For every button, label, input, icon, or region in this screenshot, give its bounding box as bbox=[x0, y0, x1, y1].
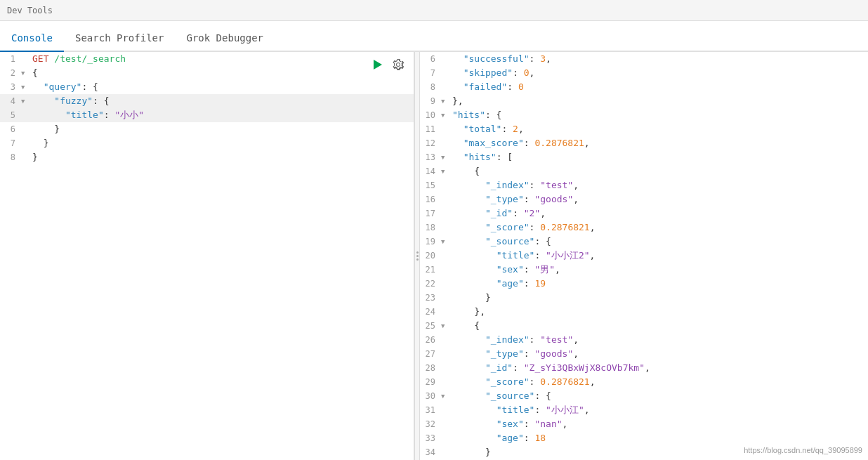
line-number: 2 bbox=[0, 66, 21, 80]
response-line: 24 }, bbox=[420, 305, 868, 319]
response-line-number: 21 bbox=[420, 263, 441, 277]
response-line-content: "max_score": 0.2876821, bbox=[449, 136, 868, 150]
response-line-number: 12 bbox=[420, 136, 441, 150]
response-line-content: "total": 2, bbox=[449, 122, 868, 136]
response-line: 19▼ "_source": { bbox=[420, 235, 868, 249]
response-line-content: "successful": 3, bbox=[449, 52, 868, 66]
tab-grok-debugger[interactable]: Grok Debugger bbox=[175, 25, 275, 52]
response-line: 11 "total": 2, bbox=[420, 122, 868, 136]
response-line-content: "_index": "test", bbox=[449, 178, 868, 192]
response-line-number: 10 bbox=[420, 108, 441, 122]
response-line-number: 24 bbox=[420, 305, 441, 319]
line-number: 6 bbox=[0, 122, 21, 136]
main-content: 1GET /test/_search2▼{3▼ "query": {4▼ "fu… bbox=[0, 52, 868, 460]
response-line-toggle[interactable]: ▼ bbox=[441, 389, 449, 403]
response-line-number: 8 bbox=[420, 80, 441, 94]
editor-line[interactable]: 5 "title": "小小" bbox=[0, 108, 414, 122]
response-line-number: 20 bbox=[420, 249, 441, 263]
editor-line[interactable]: 2▼{ bbox=[0, 66, 414, 80]
response-line-content: "hits": [ bbox=[449, 150, 868, 164]
response-line: 29 "_score": 0.2876821, bbox=[420, 375, 868, 389]
response-line: 9▼}, bbox=[420, 94, 868, 108]
editor-area[interactable]: 1GET /test/_search2▼{3▼ "query": {4▼ "fu… bbox=[0, 52, 414, 460]
line-number: 5 bbox=[0, 108, 21, 122]
drag-handle[interactable] bbox=[414, 52, 420, 460]
response-line-number: 7 bbox=[420, 66, 441, 80]
editor-line[interactable]: 7 } bbox=[0, 136, 414, 150]
response-line: 14▼ { bbox=[420, 164, 868, 178]
tab-console[interactable]: Console bbox=[0, 25, 64, 52]
response-line-toggle[interactable]: ▼ bbox=[441, 164, 449, 178]
response-line-content: "_type": "goods", bbox=[449, 192, 868, 206]
response-line: 31 "title": "小小江", bbox=[420, 403, 868, 417]
response-line: 30▼ "_source": { bbox=[420, 389, 868, 403]
line-number: 7 bbox=[0, 136, 21, 150]
settings-button[interactable] bbox=[390, 56, 407, 73]
response-line-content: "_score": 0.2876821, bbox=[449, 375, 868, 389]
response-line-content: "sex": "nan", bbox=[449, 417, 868, 431]
editor-line[interactable]: 1GET /test/_search bbox=[0, 52, 414, 66]
response-line-content: "failed": 0 bbox=[449, 80, 868, 94]
response-line-content: "_type": "goods", bbox=[449, 347, 868, 361]
response-line: 20 "title": "小小江2", bbox=[420, 249, 868, 263]
response-line-content: "_id": "Z_sYi3QBxWjX8cOVb7km", bbox=[449, 361, 868, 375]
response-line: 6 "successful": 3, bbox=[420, 52, 868, 66]
svg-marker-0 bbox=[374, 60, 382, 70]
line-content: GET /test/_search bbox=[29, 52, 414, 66]
response-line-number: 15 bbox=[420, 178, 441, 192]
line-toggle[interactable]: ▼ bbox=[21, 80, 29, 94]
line-number: 4 bbox=[0, 94, 21, 108]
response-line: 26 "_index": "test", bbox=[420, 333, 868, 347]
response-line-content: }, bbox=[449, 305, 868, 319]
response-line-content: "_source": { bbox=[449, 389, 868, 403]
line-number: 8 bbox=[0, 150, 21, 164]
response-line-number: 29 bbox=[420, 375, 441, 389]
response-line: 28 "_id": "Z_sYi3QBxWjX8cOVb7km", bbox=[420, 361, 868, 375]
editor-line[interactable]: 3▼ "query": { bbox=[0, 80, 414, 94]
response-line-toggle[interactable]: ▼ bbox=[441, 319, 449, 333]
run-button[interactable] bbox=[369, 56, 386, 73]
response-line-content: "_id": "2", bbox=[449, 206, 868, 221]
line-content: } bbox=[29, 150, 414, 164]
response-line: 32 "sex": "nan", bbox=[420, 417, 868, 431]
response-line-number: 27 bbox=[420, 347, 441, 361]
response-line: 10▼"hits": { bbox=[420, 108, 868, 122]
response-line-number: 33 bbox=[420, 431, 441, 445]
response-line-number: 23 bbox=[420, 291, 441, 305]
response-line-content: } bbox=[449, 291, 868, 305]
line-content: { bbox=[29, 66, 414, 80]
response-line: 27 "_type": "goods", bbox=[420, 347, 868, 361]
response-line-number: 28 bbox=[420, 361, 441, 375]
response-line: 18 "_score": 0.2876821, bbox=[420, 221, 868, 235]
tab-search-profiler[interactable]: Search Profiler bbox=[64, 25, 175, 52]
response-line-content: "title": "小小江2", bbox=[449, 249, 868, 263]
response-line-content: "_score": 0.2876821, bbox=[449, 221, 868, 235]
line-content: } bbox=[29, 122, 414, 136]
response-line-number: 30 bbox=[420, 389, 441, 403]
response-line-toggle[interactable]: ▼ bbox=[441, 108, 449, 122]
response-line-number: 16 bbox=[420, 192, 441, 206]
response-line: 16 "_type": "goods", bbox=[420, 192, 868, 206]
response-line-number: 11 bbox=[420, 122, 441, 136]
line-content: } bbox=[29, 136, 414, 150]
response-line-toggle[interactable]: ▼ bbox=[441, 235, 449, 249]
line-toggle[interactable]: ▼ bbox=[21, 66, 29, 80]
response-line: 23 } bbox=[420, 291, 868, 305]
tab-bar: Console Search Profiler Grok Debugger bbox=[0, 21, 868, 52]
line-content: "query": { bbox=[29, 80, 414, 94]
response-content: 6 "successful": 3,7 "skipped": 0,8 "fail… bbox=[420, 52, 868, 459]
response-line: 25▼ { bbox=[420, 319, 868, 333]
editor-line[interactable]: 4▼ "fuzzy": { bbox=[0, 94, 414, 108]
response-line: 8 "failed": 0 bbox=[420, 80, 868, 94]
code-editor: 1GET /test/_search2▼{3▼ "query": {4▼ "fu… bbox=[0, 52, 414, 164]
left-panel: 1GET /test/_search2▼{3▼ "query": {4▼ "fu… bbox=[0, 52, 414, 460]
response-line-content: "age": 18 bbox=[449, 431, 868, 445]
response-line-toggle[interactable]: ▼ bbox=[441, 94, 449, 108]
response-line-toggle[interactable]: ▼ bbox=[441, 150, 449, 164]
line-number: 1 bbox=[0, 52, 21, 66]
editor-line[interactable]: 8} bbox=[0, 150, 414, 164]
line-toggle[interactable]: ▼ bbox=[21, 94, 29, 108]
response-line-number: 34 bbox=[420, 445, 441, 459]
editor-line[interactable]: 6 } bbox=[0, 122, 414, 136]
response-line-content: "sex": "男", bbox=[449, 263, 868, 277]
